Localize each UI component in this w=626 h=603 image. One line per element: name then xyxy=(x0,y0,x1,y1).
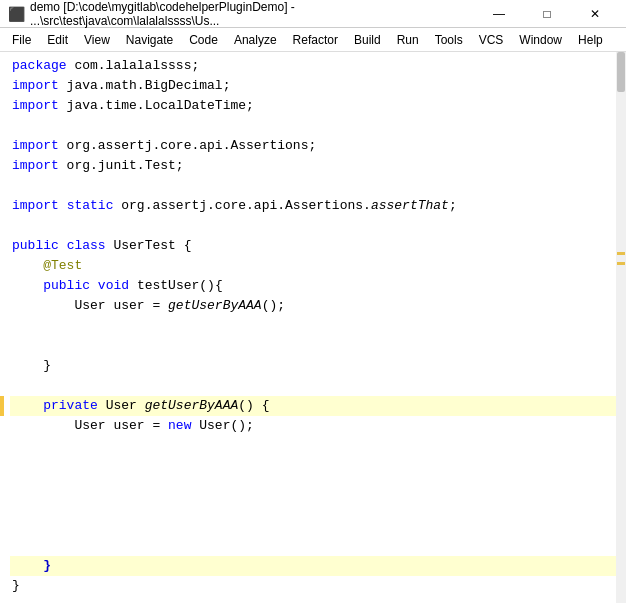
code-line: import static org.assertj.core.api.Asser… xyxy=(10,196,616,216)
code-line xyxy=(10,536,616,556)
code-line: import java.time.LocalDateTime; xyxy=(10,96,616,116)
code-line xyxy=(10,336,616,356)
code-line-brace: } xyxy=(10,556,616,576)
minimize-button[interactable]: — xyxy=(476,0,522,28)
code-line: import org.junit.Test; xyxy=(10,156,616,176)
menu-run[interactable]: Run xyxy=(389,28,427,51)
code-line xyxy=(10,516,616,536)
code-line: User user = new User(); xyxy=(10,416,616,436)
code-line-highlighted: private User getUserByAAA() { xyxy=(10,396,616,416)
code-line: } xyxy=(10,576,616,596)
menu-vcs[interactable]: VCS xyxy=(471,28,512,51)
code-line xyxy=(10,496,616,516)
code-line: import org.assertj.core.api.Assertions; xyxy=(10,136,616,156)
menu-edit[interactable]: Edit xyxy=(39,28,76,51)
code-line: User user = getUserByAAA(); xyxy=(10,296,616,316)
code-line: } xyxy=(10,356,616,376)
title-bar: ⬛ demo [D:\code\mygitlab\codehelperPlugi… xyxy=(0,0,626,28)
code-line: @Test xyxy=(10,256,616,276)
title-text: demo [D:\code\mygitlab\codehelperPluginD… xyxy=(30,0,476,28)
code-line xyxy=(10,316,616,336)
menu-analyze[interactable]: Analyze xyxy=(226,28,285,51)
menu-view[interactable]: View xyxy=(76,28,118,51)
menu-code[interactable]: Code xyxy=(181,28,226,51)
app-icon: ⬛ xyxy=(8,6,25,22)
editor-container: package com.lalalalssss; import java.mat… xyxy=(0,52,626,603)
code-line xyxy=(10,116,616,136)
scrollbar-marker xyxy=(617,252,625,255)
code-line xyxy=(10,216,616,236)
menu-refactor[interactable]: Refactor xyxy=(285,28,346,51)
scrollbar-thumb[interactable] xyxy=(617,52,625,92)
menu-tools[interactable]: Tools xyxy=(427,28,471,51)
menu-window[interactable]: Window xyxy=(511,28,570,51)
close-button[interactable]: ✕ xyxy=(572,0,618,28)
menu-navigate[interactable]: Navigate xyxy=(118,28,181,51)
code-line xyxy=(10,176,616,196)
code-line: import java.math.BigDecimal; xyxy=(10,76,616,96)
scrollbar-marker xyxy=(617,262,625,265)
code-line: public void testUser(){ xyxy=(10,276,616,296)
code-line: package com.lalalalssss; xyxy=(10,56,616,76)
menu-build[interactable]: Build xyxy=(346,28,389,51)
code-area[interactable]: package com.lalalalssss; import java.mat… xyxy=(0,52,616,603)
code-line xyxy=(10,376,616,396)
scrollbar-track[interactable] xyxy=(616,52,626,603)
menu-help[interactable]: Help xyxy=(570,28,611,51)
code-line xyxy=(10,476,616,496)
code-line: public class UserTest { xyxy=(10,236,616,256)
code-line xyxy=(10,436,616,456)
code-line xyxy=(10,456,616,476)
menu-file[interactable]: File xyxy=(4,28,39,51)
menu-bar: File Edit View Navigate Code Analyze Ref… xyxy=(0,28,626,52)
maximize-button[interactable]: □ xyxy=(524,0,570,28)
